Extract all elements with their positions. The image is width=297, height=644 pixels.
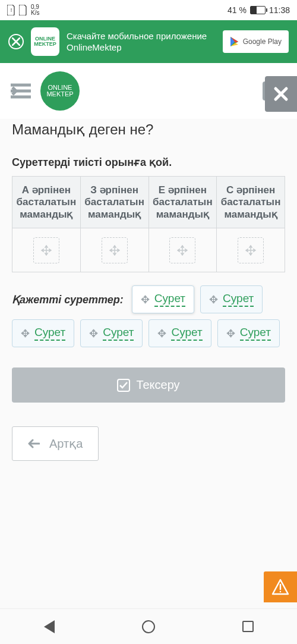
back-label: Артқа (49, 436, 83, 451)
move-icon (109, 245, 120, 256)
battery-percent: 41 % (228, 5, 247, 15)
banner-close-button[interactable] (8, 34, 24, 49)
status-bar: ! 0,9 K/s 41 % 11:38 (0, 0, 297, 20)
chip-label: Сурет (34, 326, 65, 341)
back-button[interactable]: Артқа (12, 426, 99, 461)
chip-label: Сурет (171, 326, 202, 341)
battery-icon (250, 6, 266, 14)
column-header: З әрпінен басталатын мамандық (80, 177, 148, 228)
question-title: Мамандық деген не? (12, 121, 285, 138)
move-icon (177, 245, 188, 256)
chip-label: Сурет (154, 292, 185, 307)
content-area: Мамандық деген не? Суреттерді тиісті оры… (0, 119, 297, 473)
close-icon (12, 37, 20, 46)
needed-images-row: Қажетті суреттер: ✥ Сурет ✥ Сурет ✥ Суре… (12, 285, 285, 347)
move-icon (41, 245, 52, 256)
move-icon: ✥ (157, 327, 166, 340)
arrow-left-icon (28, 439, 40, 448)
move-icon: ✥ (226, 327, 235, 340)
move-icon: ✥ (141, 293, 150, 306)
banner-app-logo: ONLINE MEKTEP (31, 27, 59, 56)
nav-back[interactable] (44, 620, 55, 633)
app-header: ONLINE MEKTEP (0, 63, 297, 119)
speed-unit: K/s (31, 10, 39, 16)
chip-label: Сурет (223, 292, 254, 307)
android-navbar (0, 608, 297, 644)
status-left: ! 0,9 K/s (7, 4, 39, 16)
needed-label: Қажетті суреттер: (12, 293, 124, 306)
check-icon (117, 379, 130, 392)
image-chip[interactable]: ✥ Сурет (217, 319, 280, 347)
instruction-text: Суреттерді тиісті орынға қой. (12, 156, 285, 169)
drop-slot[interactable] (238, 237, 264, 263)
check-button[interactable]: Тексеру (12, 367, 285, 403)
move-icon: ✥ (209, 293, 218, 306)
close-icon (273, 86, 289, 102)
warning-badge[interactable] (264, 571, 297, 602)
google-play-icon (230, 36, 239, 47)
status-right: 41 % 11:38 (228, 5, 290, 15)
nav-recent[interactable] (242, 621, 254, 632)
google-play-label: Google Play (243, 37, 282, 46)
drop-slot[interactable] (102, 237, 128, 263)
image-chip[interactable]: ✥ Сурет (12, 319, 74, 347)
overlay-close-button[interactable] (265, 76, 297, 112)
nav-home[interactable] (142, 620, 155, 633)
network-speed: 0,9 K/s (31, 4, 39, 16)
move-icon: ✥ (21, 327, 30, 340)
column-header: Е әрпінен басталатын мамандық (148, 177, 217, 228)
site-logo[interactable]: ONLINE MEKTEP (40, 71, 80, 111)
chip-label: Сурет (103, 326, 134, 341)
menu-icon[interactable] (11, 83, 31, 99)
column-header: А әрпінен басталатын мамандық (12, 177, 81, 228)
drop-table: А әрпінен басталатын мамандық З әрпінен … (12, 176, 285, 272)
warning-icon (271, 579, 289, 595)
check-label: Тексеру (136, 378, 179, 392)
svg-text:!: ! (11, 7, 12, 13)
image-chip[interactable]: ✥ Сурет (148, 319, 211, 347)
sim2-icon (19, 5, 27, 15)
move-icon: ✥ (89, 327, 98, 340)
sim-icon: ! (7, 5, 15, 15)
google-play-button[interactable]: Google Play (223, 30, 289, 53)
drop-slot[interactable] (33, 237, 59, 263)
image-chip[interactable]: ✥ Сурет (200, 285, 263, 313)
banner-text: Скачайте мобильное приложение OnlineMekt… (67, 30, 216, 54)
image-chip[interactable]: ✥ Сурет (132, 285, 194, 313)
chip-label: Сурет (240, 326, 271, 341)
column-header: С әрпінен басталатын мамандық (217, 177, 285, 228)
image-chip[interactable]: ✥ Сурет (80, 319, 143, 347)
clock: 11:38 (269, 5, 290, 15)
move-icon (245, 245, 256, 256)
app-install-banner: ONLINE MEKTEP Скачайте мобильное приложе… (0, 20, 297, 63)
drop-slot[interactable] (169, 237, 195, 263)
